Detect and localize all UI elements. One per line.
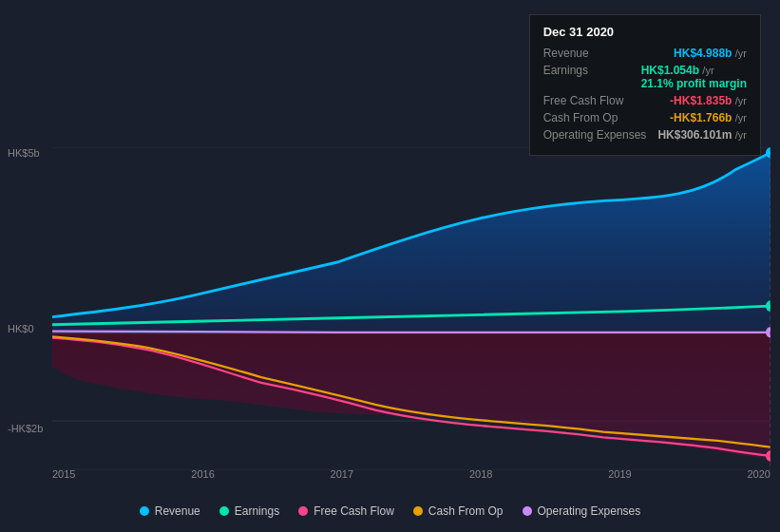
x-label-2020: 2020 bbox=[747, 468, 770, 480]
opex-line bbox=[52, 332, 770, 332]
tooltip-value-earnings: HK$1.054b /yr bbox=[641, 64, 714, 77]
legend-item-cashfromop[interactable]: Cash From Op bbox=[413, 504, 504, 518]
y-label-bottom: -HK$2b bbox=[8, 423, 43, 434]
tooltip-label-earnings: Earnings bbox=[543, 64, 588, 77]
tooltip-label-revenue: Revenue bbox=[543, 47, 589, 60]
x-label-2019: 2019 bbox=[608, 468, 631, 480]
chart-svg bbox=[52, 147, 770, 470]
profit-margin: 21.1% profit margin bbox=[641, 77, 747, 90]
legend-dot-opex bbox=[523, 506, 532, 516]
x-axis-labels: 2015 2016 2017 2018 2019 2020 bbox=[52, 468, 770, 480]
chart-container: Dec 31 2020 Revenue HK$4.988b /yr Earnin… bbox=[0, 0, 780, 532]
tooltip-label-fcf: Free Cash Flow bbox=[543, 94, 624, 107]
tooltip-value-opex: HK$306.101m /yr bbox=[657, 128, 747, 142]
legend-label-fcf: Free Cash Flow bbox=[314, 504, 394, 518]
legend-label-cashfromop: Cash From Op bbox=[428, 504, 504, 518]
legend-label-earnings: Earnings bbox=[235, 504, 279, 518]
tooltip-box: Dec 31 2020 Revenue HK$4.988b /yr Earnin… bbox=[529, 14, 761, 156]
tooltip-value-revenue: HK$4.988b /yr bbox=[674, 47, 747, 60]
x-label-2018: 2018 bbox=[469, 468, 492, 480]
legend-dot-fcf bbox=[298, 506, 308, 516]
tooltip-row-fcf: Free Cash Flow -HK$1.835b /yr bbox=[543, 94, 747, 107]
legend-item-opex[interactable]: Operating Expenses bbox=[523, 504, 641, 518]
legend-dot-earnings bbox=[219, 506, 229, 516]
tooltip-value-fcf: -HK$1.835b /yr bbox=[670, 94, 747, 107]
y-label-top: HK$5b bbox=[8, 147, 40, 159]
y-label-mid: HK$0 bbox=[8, 323, 34, 334]
tooltip-earnings-group: HK$1.054b /yr 21.1% profit margin bbox=[641, 64, 747, 90]
tooltip-row-opex: Operating Expenses HK$306.101m /yr bbox=[543, 128, 747, 142]
tooltip-label-opex: Operating Expenses bbox=[543, 128, 647, 142]
legend-item-earnings[interactable]: Earnings bbox=[219, 504, 279, 518]
legend-item-fcf[interactable]: Free Cash Flow bbox=[298, 504, 394, 518]
legend-dot-revenue bbox=[140, 506, 149, 516]
legend: Revenue Earnings Free Cash Flow Cash Fro… bbox=[0, 504, 780, 518]
tooltip-label-cashfromop: Cash From Op bbox=[543, 111, 618, 124]
legend-item-revenue[interactable]: Revenue bbox=[140, 504, 200, 518]
tooltip-row-revenue: Revenue HK$4.988b /yr bbox=[543, 47, 747, 60]
legend-label-opex: Operating Expenses bbox=[538, 504, 641, 518]
tooltip-title: Dec 31 2020 bbox=[543, 25, 747, 39]
x-label-2016: 2016 bbox=[191, 468, 214, 480]
legend-label-revenue: Revenue bbox=[155, 504, 200, 518]
x-label-2015: 2015 bbox=[52, 468, 75, 480]
tooltip-row-earnings: Earnings HK$1.054b /yr 21.1% profit marg… bbox=[543, 64, 747, 90]
tooltip-row-cashfromop: Cash From Op -HK$1.766b /yr bbox=[543, 111, 747, 124]
tooltip-value-cashfromop: -HK$1.766b /yr bbox=[670, 111, 747, 124]
revenue-fill bbox=[52, 153, 770, 333]
legend-dot-cashfromop bbox=[413, 506, 423, 516]
x-label-2017: 2017 bbox=[331, 468, 353, 480]
